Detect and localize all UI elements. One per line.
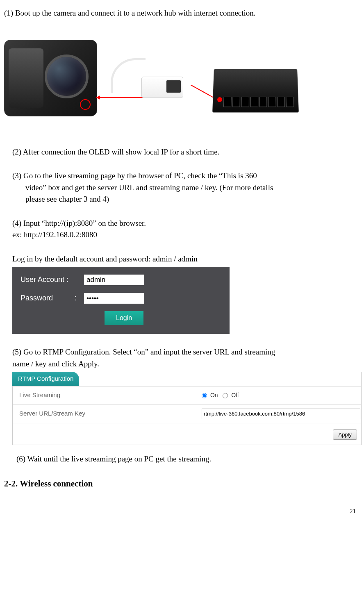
on-label-text: On bbox=[210, 392, 218, 398]
step-5-line-1: (5) Go to RTMP Configuration. Select “on… bbox=[12, 348, 275, 356]
section-heading-wireless: 2-2. Wireless connection bbox=[4, 477, 358, 491]
password-colon: : bbox=[75, 293, 77, 304]
switch-port-highlight-icon bbox=[217, 97, 222, 102]
step-3-line-1: (3) Go to the live streaming page by the… bbox=[12, 170, 358, 182]
step-4-example-text: ex: http://192.168.0.2:8080 bbox=[12, 229, 358, 241]
step-2-text: (2) After connection the OLED will show … bbox=[12, 146, 358, 158]
login-panel: User Account : Password : Login bbox=[12, 267, 230, 334]
login-button[interactable]: Login bbox=[105, 311, 143, 325]
password-input[interactable] bbox=[84, 293, 144, 304]
live-streaming-off-option[interactable]: Off bbox=[223, 392, 239, 398]
camera-port-highlight-icon bbox=[80, 99, 91, 110]
rtmp-header-tab: RTMP Configuration bbox=[12, 372, 79, 386]
step-5-text: (5) Go to RTMP Configuration. Select “on… bbox=[12, 346, 358, 370]
apply-button[interactable]: Apply bbox=[333, 429, 357, 440]
password-label-text: Password bbox=[20, 294, 53, 302]
live-streaming-on-radio[interactable] bbox=[202, 393, 207, 398]
step-6-text: (6) Wait until the live streaming page o… bbox=[16, 453, 358, 465]
user-account-label: User Account : bbox=[20, 274, 84, 285]
live-streaming-off-radio[interactable] bbox=[223, 393, 228, 398]
step-5-line-2: name / key and click Apply. bbox=[12, 359, 99, 368]
user-account-input[interactable] bbox=[84, 275, 144, 285]
step-1-text: (1) Boot up the camera and connect it to… bbox=[4, 7, 358, 19]
page-number: 21 bbox=[4, 507, 358, 516]
network-switch-image bbox=[212, 69, 299, 112]
server-url-label: Server URL/Stream Key bbox=[13, 409, 202, 418]
server-url-input[interactable] bbox=[202, 409, 360, 419]
hardware-connection-figure bbox=[4, 40, 358, 126]
step-3-text: (3) Go to the live streaming page by the… bbox=[12, 170, 358, 205]
off-label-text: Off bbox=[231, 392, 239, 398]
login-hint-text: Log in by the default account and passwo… bbox=[12, 253, 358, 265]
step-3-line-3: please see chapter 3 and 4) bbox=[12, 193, 358, 205]
rtmp-configuration-panel: RTMP Configuration Live Streaming On Off… bbox=[12, 372, 362, 445]
step-4-text: (4) Input “http://(ip):8080” on the brow… bbox=[12, 218, 358, 229]
step-3-line-2: video” box and get the server URL and st… bbox=[12, 182, 358, 194]
password-label: Password : bbox=[20, 293, 84, 304]
live-streaming-label: Live Streaming bbox=[13, 391, 202, 400]
live-streaming-on-option[interactable]: On bbox=[202, 392, 219, 398]
ethernet-adapter-image bbox=[111, 56, 197, 118]
